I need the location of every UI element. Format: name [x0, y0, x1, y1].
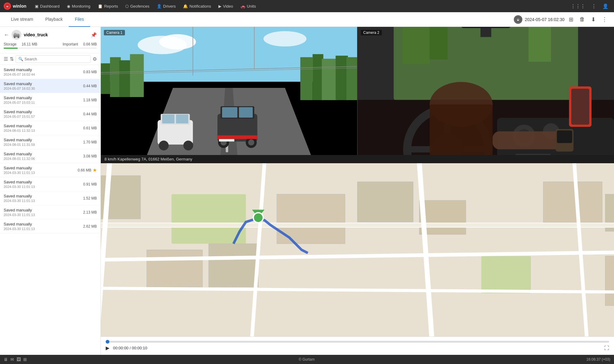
app-logo[interactable]: w winlon: [4, 2, 26, 10]
user-account-button[interactable]: 👤: [601, 2, 610, 10]
nav-icon-notifications: 🔔: [183, 4, 188, 9]
nav-item-geofences[interactable]: ⬡Geofences: [122, 0, 153, 12]
nav-item-dashboard[interactable]: ▣Dashboard: [31, 0, 63, 12]
play-button[interactable]: ▶: [106, 345, 109, 351]
file-title: Saved manually: [4, 124, 81, 128]
nav-label-drivers: Drivers: [163, 4, 176, 9]
file-info: Saved manually 2024-03-30 11:01:13: [4, 166, 75, 175]
camera1-video: [101, 27, 357, 155]
delete-file-button[interactable]: 🗑: [578, 15, 587, 24]
search-input[interactable]: [24, 57, 88, 61]
files-list: Saved manually 2024-05-07 16:02:44 0.83 …: [0, 65, 101, 355]
search-box: 🔍: [16, 55, 91, 63]
important-label: Important 0.66 MB: [63, 42, 97, 46]
svg-point-44: [183, 141, 193, 150]
svg-rect-21: [322, 59, 337, 100]
more-options-button[interactable]: ⋮: [590, 2, 598, 10]
file-date: 2024-05-07 16:02:44: [4, 73, 81, 76]
camera1-label: Camera 1: [104, 30, 125, 35]
location-bar: 8 km/h Kapellenweg 7A, 01662 Meißen, Ger…: [101, 155, 614, 163]
camera2-video: [358, 27, 614, 155]
file-title: Saved manually: [4, 110, 81, 114]
svg-rect-87: [357, 182, 413, 222]
svg-rect-57: [481, 28, 491, 37]
file-date: 2024-03-30 11:01:13: [4, 199, 81, 203]
list-item[interactable]: Saved manually 2024-05-07 15:01:57 0.44 …: [0, 107, 101, 121]
svg-rect-32: [239, 107, 253, 117]
grid-apps-button[interactable]: ⋮⋮⋮: [569, 2, 587, 10]
back-button[interactable]: ←: [4, 32, 9, 38]
nav-item-drivers[interactable]: 👤Drivers: [153, 0, 179, 12]
list-item[interactable]: Saved manually 2024-05-07 16:02:30 0.44 …: [0, 79, 101, 93]
time-display: 00:00:00 / 00:00:10: [113, 346, 147, 350]
svg-rect-18: [130, 54, 144, 97]
file-info: Saved manually 2024-03-30 11:01:13: [4, 208, 81, 217]
list-item[interactable]: Saved manually 2024-03-30 11:01:13 1.52 …: [0, 191, 101, 205]
image-icon: 🖼: [16, 357, 21, 362]
file-title: Saved manually: [4, 138, 81, 142]
nav-item-reports[interactable]: 📋Reports: [94, 0, 122, 12]
list-view-button[interactable]: ☰: [4, 56, 8, 62]
tab-playback[interactable]: Playback: [39, 12, 69, 27]
nav-label-notifications: Notifications: [189, 4, 211, 9]
file-size: 3.08 MB: [83, 154, 97, 158]
file-title: Saved manually: [4, 180, 81, 184]
tab-files[interactable]: Files: [69, 12, 90, 27]
file-date: 2024-03-30 11:01:13: [4, 213, 81, 217]
nav-label-geofences: Geofences: [130, 4, 149, 9]
svg-rect-20: [312, 54, 323, 100]
nav-items: ▣Dashboard◉Monitoring📋Reports⬡Geofences👤…: [31, 0, 259, 12]
file-date: 2024-03-30 11:01:13: [4, 171, 75, 175]
svg-rect-92: [605, 256, 614, 305]
nav-item-notifications[interactable]: 🔔Notifications: [179, 0, 215, 12]
nav-item-video[interactable]: ▶Video: [215, 0, 237, 12]
timestamp-icon: ▶: [514, 15, 522, 24]
list-item[interactable]: Saved manually 2024-08-01 11:32:13 0.61 …: [0, 121, 101, 135]
nav-icon-units: 🚗: [240, 4, 245, 9]
download-file-button[interactable]: ⬇: [589, 15, 598, 24]
svg-rect-16: [110, 57, 121, 97]
list-item[interactable]: Saved manually 2024-03-30 11:01:13 0.66 …: [0, 163, 101, 177]
tab-live-stream[interactable]: Live stream: [5, 12, 39, 27]
svg-rect-7: [14, 33, 16, 35]
list-item[interactable]: Saved manually 2024-08-01 11:31:59 1.70 …: [0, 135, 101, 149]
nav-item-monitoring[interactable]: ◉Monitoring: [63, 0, 94, 12]
file-size: 0.91 MB: [83, 182, 97, 186]
logo-text: winlon: [13, 4, 26, 9]
nav-item-units[interactable]: 🚗Units: [237, 0, 260, 12]
file-info: Saved manually 2024-03-30 11:01:13: [4, 222, 81, 231]
svg-rect-22: [336, 56, 348, 100]
svg-rect-37: [217, 135, 258, 139]
svg-rect-53: [430, 27, 448, 59]
file-date: 2024-05-07 15:03:11: [4, 101, 81, 104]
map-area[interactable]: © OpenStreetMap contributors + −: [101, 163, 614, 337]
file-date: 2024-08-01 11:31:59: [4, 143, 81, 146]
list-controls: ☰ ⇅ 🔍 ⚙: [0, 53, 101, 65]
unit-pin-button[interactable]: 📌: [91, 32, 97, 38]
split-view-button[interactable]: ⊞: [567, 15, 575, 24]
svg-rect-15: [101, 63, 110, 94]
svg-point-13: [159, 34, 196, 49]
list-item[interactable]: Saved manually 2024-03-30 11:01:13 2.13 …: [0, 205, 101, 219]
list-item[interactable]: Saved manually 2024-08-01 11:32:06 3.08 …: [0, 149, 101, 163]
svg-rect-80: [481, 256, 531, 293]
list-item[interactable]: Saved manually 2024-03-30 11:01:13 0.91 …: [0, 177, 101, 191]
unit-row: ← video_truck 📌: [4, 30, 97, 40]
main-layout: ← video_truck 📌 Storage 16.11 MB Importa…: [0, 27, 614, 355]
svg-rect-54: [528, 27, 551, 62]
list-item[interactable]: Saved manually 2024-05-07 15:03:11 1.18 …: [0, 93, 101, 107]
nav-icon-monitoring: ◉: [67, 4, 70, 9]
left-panel: ← video_truck 📌 Storage 16.11 MB Importa…: [0, 27, 101, 355]
list-item[interactable]: Saved manually 2024-03-30 11:01:13 2.62 …: [0, 219, 101, 233]
storage-label: Storage 16.11 MB: [4, 42, 37, 46]
sort-button[interactable]: ⇅: [10, 56, 14, 62]
filter-button[interactable]: ⚙: [93, 56, 97, 62]
progress-bar[interactable]: [106, 341, 609, 343]
svg-rect-71: [430, 104, 493, 155]
more-file-actions-button[interactable]: ⋮: [600, 15, 609, 24]
list-item[interactable]: Saved manually 2024-05-07 16:02:44 0.83 …: [0, 65, 101, 79]
file-size: 0.61 MB: [83, 126, 97, 130]
file-info: Saved manually 2024-03-30 11:01:13: [4, 180, 81, 189]
fullscreen-button[interactable]: ⛶: [604, 345, 609, 351]
playback-controls: ▶ 00:00:00 / 00:00:10 ⛶: [101, 337, 614, 355]
